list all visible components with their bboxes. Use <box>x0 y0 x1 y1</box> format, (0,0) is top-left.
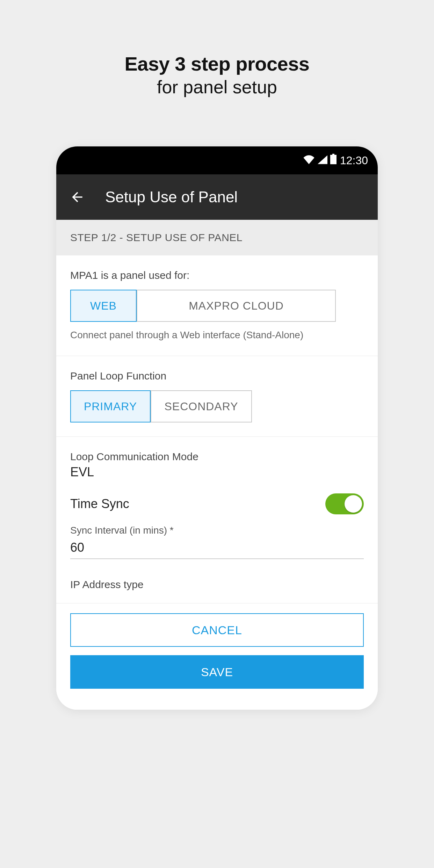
back-button[interactable] <box>67 187 88 208</box>
loop-comm-value: EVL <box>70 465 364 479</box>
action-area: CANCEL SAVE <box>56 603 378 710</box>
loop-function-section: Panel Loop Function PRIMARY SECONDARY <box>56 356 378 437</box>
status-bar: 12:30 <box>56 146 378 174</box>
sync-interval-label: Sync Interval (in mins) * <box>70 525 364 536</box>
panel-use-section: MPA1 is a panel used for: WEB MAXPRO CLO… <box>56 255 378 356</box>
sync-interval-input[interactable] <box>70 538 364 559</box>
panel-use-hint: Connect panel through a Web interface (S… <box>70 328 364 342</box>
loop-function-label: Panel Loop Function <box>70 370 364 382</box>
panel-use-label: MPA1 is a panel used for: <box>70 269 364 281</box>
battery-icon <box>330 154 337 167</box>
step-header: STEP 1/2 - SETUP USE OF PANEL <box>56 220 378 255</box>
time-sync-toggle[interactable] <box>325 493 364 514</box>
save-button[interactable]: SAVE <box>70 655 364 689</box>
panel-use-option-maxpro[interactable]: MAXPRO CLOUD <box>137 290 336 322</box>
status-time: 12:30 <box>340 154 368 167</box>
device-frame: 12:30 Setup Use of Panel STEP 1/2 - SETU… <box>56 146 378 710</box>
promo-header: Easy 3 step process for panel setup <box>0 0 434 118</box>
promo-line1: Easy 3 step process <box>0 52 434 75</box>
svg-rect-1 <box>332 154 334 155</box>
signal-icon <box>318 154 327 167</box>
time-sync-label: Time Sync <box>70 497 129 511</box>
cancel-button[interactable]: CANCEL <box>70 613 364 647</box>
panel-use-segment: WEB MAXPRO CLOUD <box>70 290 364 322</box>
wifi-icon <box>303 154 315 167</box>
promo-line2: for panel setup <box>0 77 434 97</box>
ip-address-type-row: IP Address type <box>56 570 378 603</box>
time-sync-row: Time Sync <box>56 486 378 521</box>
app-bar-title: Setup Use of Panel <box>105 188 238 206</box>
ip-address-type-label: IP Address type <box>70 579 364 591</box>
loop-function-option-primary[interactable]: PRIMARY <box>70 390 151 422</box>
app-bar: Setup Use of Panel <box>56 174 378 220</box>
panel-use-option-web[interactable]: WEB <box>70 290 137 322</box>
loop-comm-label: Loop Communication Mode <box>70 451 364 463</box>
loop-comm-row: Loop Communication Mode EVL <box>56 437 378 486</box>
loop-function-segment: PRIMARY SECONDARY <box>70 390 364 422</box>
svg-rect-0 <box>330 155 337 164</box>
sync-interval-field: Sync Interval (in mins) * <box>56 521 378 570</box>
loop-function-option-secondary[interactable]: SECONDARY <box>151 390 252 422</box>
toggle-knob <box>345 495 362 513</box>
arrow-left-icon <box>70 189 85 205</box>
status-icons <box>303 154 337 167</box>
settings-section: Loop Communication Mode EVL Time Sync Sy… <box>56 437 378 603</box>
